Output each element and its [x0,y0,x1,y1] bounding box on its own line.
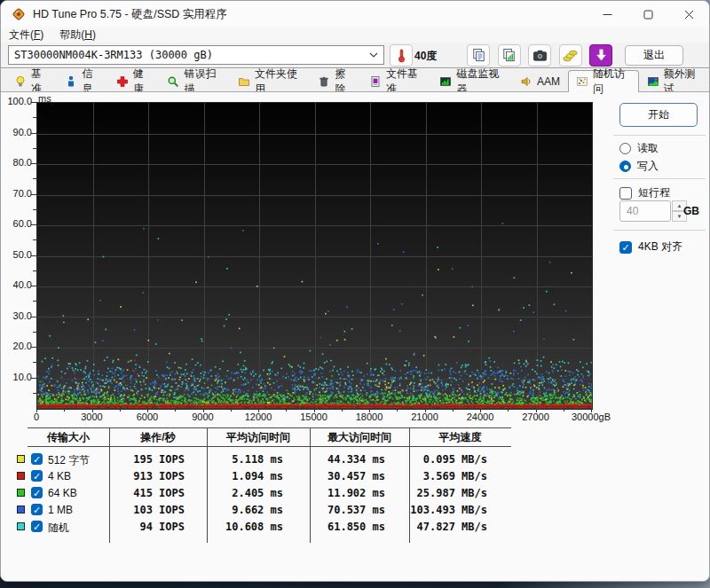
y-axis-label: 100.0 [2,96,32,106]
table-row: ✓1 MB103 IOPS9.662 ms70.537 ms103.493 MB… [1,503,516,519]
maximize-button[interactable] [627,1,668,27]
y-axis-tick [33,393,36,394]
speed-value: 0.095 MB/s [402,453,487,466]
capacity-input[interactable]: 40 [619,200,671,222]
speed-value: 47.827 MB/s [402,521,487,533]
tab-file-benchmark[interactable]: 文件基准 [361,71,432,91]
y-axis-label: 70.0 [2,188,32,199]
speed-value: 25.987 MB/s [402,487,487,499]
y-axis-tick [33,178,36,179]
info-icon [65,75,77,88]
max-time-value: 61.850 ms [310,521,385,533]
column-header: 传输大小 [28,430,109,445]
tab-erase[interactable]: 擦除 [310,71,360,91]
tab-label: 随机访问 [593,67,631,97]
y-axis-tick [33,301,36,302]
write-radio[interactable]: 写入 [619,159,659,174]
y-axis-tick [33,270,36,271]
download-icon [593,47,610,64]
drive-select[interactable]: ST30000NM004K-3RM133 (30000 gB) [8,45,384,65]
drive-select-value: ST30000NM004K-3RM133 (30000 gB) [14,46,213,64]
size-label: 512 字节 [48,453,90,468]
temperature-button[interactable] [390,44,413,67]
max-time-value: 70.537 ms [310,504,385,516]
speed-value: 103.493 MB/s [402,504,487,516]
y-axis-tick [33,239,36,240]
erase-icon [318,75,330,88]
table-row: ✓64 KB415 IOPS2.405 ms11.902 ms25.987 MB… [1,486,516,502]
avg-time-value: 10.608 ms [207,521,283,533]
coins-button[interactable] [559,44,582,67]
table-rule [28,446,511,447]
row-checkbox[interactable]: ✓ [31,521,43,532]
divider [613,230,706,231]
series-color-swatch [17,506,25,514]
divider [613,178,706,179]
column-header: 平均访问时间 [207,430,310,445]
align-label: 4KB 对齐 [638,239,682,255]
size-label: 64 KB [48,487,77,499]
copy-chart-button[interactable] [498,44,521,67]
copy-chart-icon [501,47,517,64]
x-axis-label: 3000 [66,412,119,422]
align-checkbox[interactable]: ✓ 4KB 对齐 [619,239,682,255]
x-axis-label: 30000gB [564,412,618,422]
read-radio[interactable]: 读取 [619,141,659,156]
column-header: 平均速度 [409,430,511,445]
x-axis-label: 18000 [343,412,396,422]
exit-button[interactable]: 退出 [625,45,683,66]
tab-benchmark[interactable]: 基准 [6,71,57,91]
y-axis-label: 50.0 [2,249,32,260]
shortstroke-label: 短行程 [638,185,670,200]
max-time-value: 11.902 ms [310,487,385,499]
speed-value: 3.569 MB/s [402,470,487,482]
chevron-down-icon [369,51,378,59]
x-axis-label: 24000 [454,412,507,422]
tab-disk-monitor[interactable]: 磁盘监视器 [431,71,512,91]
folder-icon [238,75,250,88]
tab-random-access[interactable]: 随机访问 [568,70,639,92]
size-label: 1 MB [48,504,73,516]
test-controls-panel: 开始 读取 写入 短行程 40 ▲ ▼ GB ✓ [613,92,707,367]
tab-info[interactable]: 信息 [57,71,107,91]
tab-extra-tests[interactable]: 额外测试 [639,71,710,91]
menu-item-file[interactable]: 文件(F) [1,27,51,43]
tabbar: 基准信息健康错误扫描文件夹使用擦除文件基准磁盘监视器AAM随机访问额外测试 [1,69,709,91]
y-axis-tick [33,362,36,363]
iops-value: 195 IOPS [109,453,185,466]
x-axis-label: 0 [10,412,63,422]
tab-health[interactable]: 健康 [108,71,159,91]
close-button[interactable] [668,1,709,27]
max-time-value: 30.457 ms [310,470,385,482]
save-button[interactable] [589,44,612,67]
write-radio-label: 写入 [637,159,659,174]
row-checkbox[interactable]: ✓ [31,453,43,465]
max-time-value: 44.334 ms [310,453,385,466]
titlebar: HD Tune Pro 5.75 - 硬盘/SSD 实用程序 [1,1,709,27]
shortstroke-checkbox[interactable]: 短行程 [619,185,670,200]
iops-value: 94 IOPS [109,521,185,533]
window-title: HD Tune Pro 5.75 - 硬盘/SSD 实用程序 [33,7,227,22]
health-icon [116,75,129,88]
tab-error-scan[interactable]: 错误扫描 [159,71,230,91]
row-checkbox[interactable]: ✓ [31,487,43,498]
row-checkbox[interactable]: ✓ [31,504,43,515]
avg-time-value: 1.094 ms [207,470,283,482]
x-axis-label: 15000 [288,412,341,422]
start-button[interactable]: 开始 [619,103,698,127]
size-label: 4 KB [48,470,71,482]
bulb-icon [14,75,27,88]
filebench-icon [369,75,382,88]
screenshot-button[interactable] [528,44,551,67]
tab-aam[interactable]: AAM [512,71,568,91]
minimize-button[interactable] [587,1,627,27]
copy-icon [470,47,487,64]
tab-label: AAM [537,75,560,88]
y-axis-tick [33,117,36,118]
y-axis-label: 30.0 [2,310,32,321]
row-checkbox[interactable]: ✓ [31,470,43,482]
tab-folder-usage[interactable]: 文件夹使用 [230,71,311,91]
menu-item-help[interactable]: 帮助(H) [51,27,104,43]
table-rule [28,427,511,428]
copy-results-button[interactable] [467,44,490,67]
